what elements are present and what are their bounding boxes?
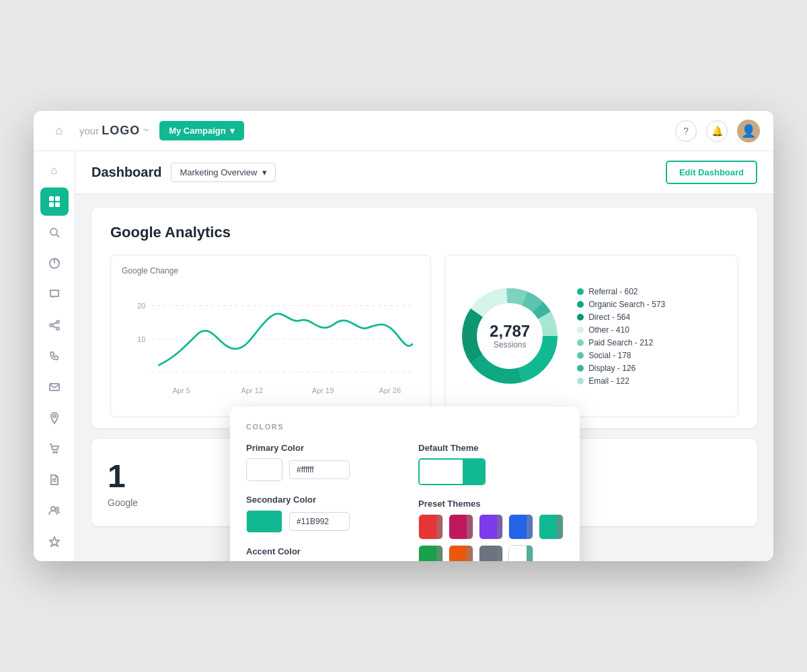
analytics-charts: Google Change 20 10 Apr 5 [110,255,738,417]
donut-chart-container: 2,787 Sessions Referral - 602 [445,255,738,417]
analytics-card: Google Analytics Google Change [91,208,757,428]
primary-color-swatch[interactable] [246,458,282,481]
edit-dashboard-button[interactable]: Edit Dashboard [666,161,757,184]
legend-item-other: Other - 410 [577,325,665,335]
preset-theme-teal[interactable] [539,514,564,540]
dashboard-header: Dashboard Marketing Overview ▾ Edit Dash… [75,151,773,194]
preset-theme-gray[interactable] [479,545,504,561]
secondary-color-input-row [246,510,391,533]
svg-point-15 [56,452,57,453]
svg-point-14 [53,452,54,453]
svg-point-19 [56,507,59,510]
preset-themes-label: Preset Themes [418,499,564,509]
legend-item-organic: Organic Search - 573 [577,300,665,309]
top-nav: ⌂ your LOGO ™ My Campaign ▾ ? 🔔 👤 [34,111,773,151]
svg-point-9 [56,327,59,330]
secondary-color-hex-input[interactable] [289,512,350,531]
svg-text:Apr 12: Apr 12 [241,386,264,394]
svg-text:20: 20 [137,302,145,310]
avatar[interactable]: 👤 [737,120,760,142]
sidebar-item-plugin[interactable] [40,528,69,556]
sidebar-item-phone[interactable] [40,342,69,370]
marketing-overview-dropdown[interactable]: Marketing Overview ▾ [171,163,276,182]
svg-line-5 [56,235,59,237]
preset-theme-red[interactable] [418,514,443,540]
sidebar-item-dashboard[interactable] [40,187,69,216]
donut-center: 2,787 Sessions [490,323,530,349]
small-card-text: Google [108,497,138,508]
svg-text:Apr 5: Apr 5 [172,386,190,394]
theme-preview-teal [463,460,484,484]
default-theme-row: Default Theme [418,443,564,485]
help-icon: ? [683,126,689,136]
legend-item-referral: Referral - 602 [577,287,665,296]
legend-dot [577,352,584,359]
default-theme-preview[interactable] [418,458,486,485]
nav-icons: ? 🔔 👤 [675,120,760,142]
legend-dot [577,365,584,372]
sidebar-item-social[interactable] [40,311,69,339]
svg-point-8 [50,324,52,327]
preset-theme-blue[interactable] [508,514,533,540]
home-nav-icon[interactable]: ⌂ [47,119,71,143]
svg-rect-1 [55,196,60,201]
sidebar-item-home[interactable]: ⌂ [40,157,69,185]
svg-marker-20 [50,537,59,546]
legend-dot [577,288,584,295]
help-button[interactable]: ? [675,120,697,142]
line-chart-container: Google Change 20 10 Apr 5 [110,255,431,417]
primary-color-label: Primary Color [246,443,391,453]
logo-tm: ™ [143,128,149,134]
browser-window: ⌂ your LOGO ™ My Campaign ▾ ? 🔔 👤 ⌂ [34,111,773,561]
main-layout: ⌂ [34,151,773,561]
sidebar-item-search[interactable] [40,218,69,247]
sidebar-item-document[interactable] [40,466,69,494]
donut-svg-wrap: 2,787 Sessions [456,282,564,390]
sidebar-item-email[interactable] [40,373,69,401]
content-area: Dashboard Marketing Overview ▾ Edit Dash… [75,151,773,561]
sidebar: ⌂ [34,151,75,561]
legend-dot [577,327,584,333]
svg-line-11 [52,326,56,328]
campaign-button[interactable]: My Campaign ▾ [159,121,244,140]
line-chart-svg: 20 10 Apr 5 Apr 12 Apr 19 Apr 26 [122,282,420,403]
legend-dot [577,339,584,346]
sidebar-item-users[interactable] [40,497,69,525]
primary-color-input-row [246,458,391,481]
secondary-color-label: Secondary Color [246,495,391,505]
chevron-down-icon: ▾ [262,167,267,177]
chevron-down-icon: ▾ [230,126,235,136]
sidebar-item-messages[interactable] [40,280,69,308]
svg-rect-3 [55,202,60,207]
legend-item-email: Email - 122 [577,376,665,386]
notifications-button[interactable]: 🔔 [706,120,728,142]
sidebar-item-location[interactable] [40,404,69,432]
colors-grid: Primary Color Secondary Color [246,443,564,561]
preset-theme-pink[interactable] [449,514,473,540]
theme-preview-white [420,460,463,484]
sidebar-item-analytics[interactable] [40,249,69,278]
preset-theme-orange[interactable] [449,545,473,561]
preset-themes-row: Preset Themes [418,499,564,561]
legend-item-paid: Paid Search - 212 [577,338,665,347]
sidebar-item-cart[interactable] [40,435,69,463]
page-title: Dashboard [91,165,161,180]
legend-dot [577,314,584,321]
accent-color-row: Accent Color [246,546,391,561]
logo-your: your [79,125,99,136]
svg-text:Apr 26: Apr 26 [379,386,401,394]
secondary-color-swatch[interactable] [246,510,282,533]
preset-theme-white-teal[interactable] [508,545,533,561]
primary-color-hex-input[interactable] [289,460,350,479]
chart-label: Google Change [122,266,420,276]
legend-dot [577,301,584,308]
svg-point-13 [53,415,56,417]
analytics-title: Google Analytics [110,224,738,241]
svg-rect-0 [49,196,54,201]
legend-item-social: Social - 178 [577,351,665,360]
donut-label: Sessions [490,340,530,349]
preset-theme-purple[interactable] [479,514,504,540]
legend-dot [577,378,584,384]
svg-text:Apr 19: Apr 19 [312,386,334,394]
preset-theme-green[interactable] [418,545,443,561]
